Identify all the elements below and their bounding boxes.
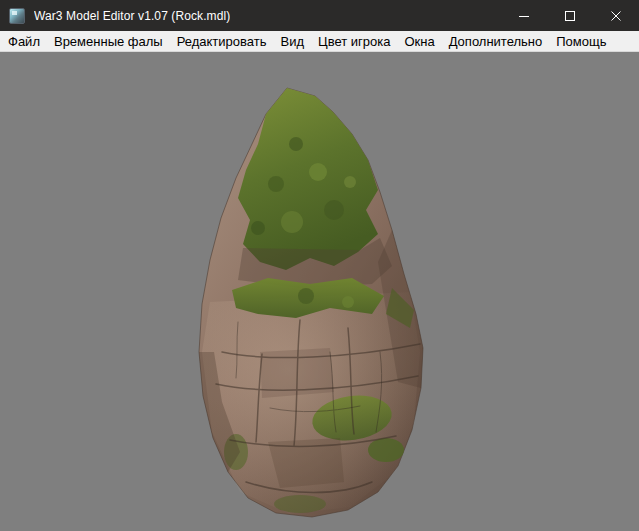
model-viewport[interactable] xyxy=(0,52,639,531)
menu-item-edit[interactable]: Редактировать xyxy=(170,31,274,51)
menu-item-windows[interactable]: Окна xyxy=(397,31,441,51)
menu-item-help[interactable]: Помощь xyxy=(549,31,613,51)
maximize-icon xyxy=(565,11,575,21)
menu-item-file[interactable]: Файл xyxy=(1,31,47,51)
titlebar[interactable]: War3 Model Editor v1.07 (Rock.mdl) xyxy=(0,0,639,31)
menu-item-temp-files[interactable]: Временные фалы xyxy=(47,31,170,51)
menu-item-player-color[interactable]: Цвет игрока xyxy=(311,31,397,51)
window-controls xyxy=(501,0,639,31)
app-icon[interactable] xyxy=(9,8,25,24)
menu-item-extra[interactable]: Дополнительно xyxy=(442,31,550,51)
minimize-icon xyxy=(519,11,529,21)
menu-item-view[interactable]: Вид xyxy=(273,31,311,51)
close-button[interactable] xyxy=(593,0,639,31)
app-window: War3 Model Editor v1.07 (Rock.mdl) Файл … xyxy=(0,0,639,531)
maximize-button[interactable] xyxy=(547,0,593,31)
window-title: War3 Model Editor v1.07 (Rock.mdl) xyxy=(34,9,230,23)
close-icon xyxy=(611,11,621,21)
menubar: Файл Временные фалы Редактировать Вид Цв… xyxy=(0,31,639,52)
minimize-button[interactable] xyxy=(501,0,547,31)
rock-model xyxy=(0,52,639,531)
